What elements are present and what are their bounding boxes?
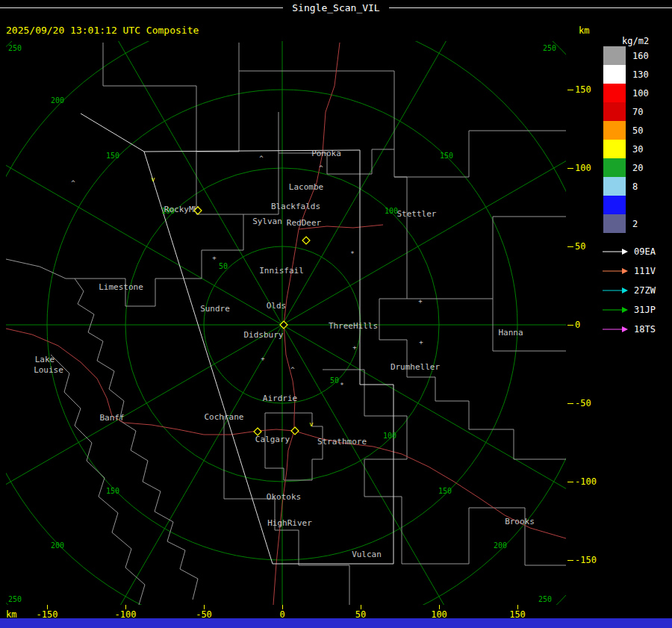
city-label: Banff	[99, 413, 124, 423]
city-label: Cochrane	[205, 412, 244, 422]
colorbar-swatch	[603, 177, 626, 196]
window-title: Single_Scan_VIL	[283, 2, 388, 13]
colorbar-swatch	[603, 158, 626, 177]
range-ring-label: 150	[438, 487, 452, 495]
site-arrow-icon	[602, 306, 629, 314]
city-label: Ponoka	[311, 149, 341, 158]
right-axis-value: -100	[575, 476, 597, 487]
town-marker: ^	[71, 179, 75, 187]
site-arrow-icon	[602, 287, 629, 294]
city-label: Blackfalds	[271, 202, 320, 211]
town-marker: +	[212, 254, 217, 261]
right-axis-tick	[567, 560, 573, 561]
range-ring-label: 150	[106, 152, 119, 160]
azimuth-spoke	[282, 325, 491, 605]
range-ring-label: 250	[543, 44, 556, 52]
city-label: RockyMH	[164, 205, 199, 214]
colorbar-value: 130	[632, 69, 658, 80]
right-axis-value: 0	[575, 320, 580, 330]
scan-sector-outline	[81, 114, 144, 152]
city-label: RedDeer	[287, 218, 322, 228]
colorbar-entry: 100	[603, 84, 658, 102]
azimuth-spoke	[282, 116, 566, 325]
colorbar-entry: 70	[603, 102, 658, 121]
range-ring-label: 200	[494, 541, 507, 550]
site-legend-item: 27ZW	[602, 281, 656, 300]
town-marker: *	[340, 382, 343, 389]
azimuth-spoke	[73, 325, 282, 605]
right-axis-tick	[567, 325, 573, 326]
right-axis-tick	[567, 246, 573, 247]
site-id-label: 18TS	[634, 324, 656, 335]
right-axis-value: 150	[575, 84, 591, 95]
colorbar-swatch	[603, 214, 626, 233]
right-axis-tick	[567, 168, 573, 169]
town-marker: +	[352, 343, 357, 351]
city-label: Airdrie	[263, 394, 297, 403]
range-ring-label: 50	[330, 376, 339, 385]
colorbar-entry: 20	[603, 158, 658, 177]
town-marker: ^	[319, 164, 323, 172]
city-label: Okotoks	[267, 492, 301, 502]
scan-timestamp: 2025/09/20 13:01:12 UTC Composite	[6, 25, 199, 36]
city-label: Stettler	[397, 209, 437, 219]
town-marker: v	[309, 420, 313, 428]
right-axis-value: 100	[575, 163, 591, 173]
range-ring-label: 250	[538, 595, 552, 603]
colorbar-entry: 8	[603, 177, 658, 196]
city-label: Brooks	[505, 517, 535, 526]
right-axis-value: 50	[575, 241, 585, 252]
colorbar-swatch	[603, 140, 626, 158]
city-label: Sundre	[200, 304, 230, 314]
colorbar-entry: 50	[603, 121, 658, 140]
colorbar-unit-label: kg/m2	[622, 36, 649, 46]
range-ring-label: 150	[440, 152, 453, 160]
city-label: Limestone	[99, 282, 143, 292]
azimuth-spoke	[282, 325, 566, 534]
site-legend-item: 111V	[602, 261, 656, 281]
site-legend-item: 09EA	[602, 242, 656, 261]
site-id-label: 111V	[634, 266, 656, 276]
site-arrow-icon	[602, 248, 629, 255]
colorbar-entry	[603, 196, 658, 214]
city-label: Lacombe	[289, 182, 323, 192]
right-axis-value: -150	[575, 555, 597, 565]
window-titlebar[interactable]: Single_Scan_VIL	[0, 0, 672, 15]
colorbar-swatch	[603, 102, 626, 121]
colorbar-swatch	[603, 121, 626, 140]
town-marker: ^	[259, 155, 264, 162]
city-label: Lake	[35, 355, 55, 364]
town-marker: v	[151, 175, 155, 183]
range-ring-label: 150	[106, 487, 119, 495]
colorbar-value: 2	[632, 219, 658, 229]
city-label: Drumheller	[391, 362, 441, 372]
radar-window: Single_Scan_VIL 2025/09/20 13:01:12 UTC …	[0, 0, 672, 628]
site-id-label: 31JP	[634, 305, 656, 315]
titlebar-rule-left	[0, 7, 283, 8]
colorbar-entry: 160	[603, 46, 658, 65]
radar-site-marker	[302, 237, 310, 244]
city-label: Hanna	[498, 328, 523, 338]
radar-map-display[interactable]: 5010015020025010015025050100150200250150…	[6, 41, 566, 605]
colorbar-value: 8	[632, 181, 658, 192]
highway-line	[6, 329, 294, 435]
colorbar-value: 50	[632, 125, 658, 136]
county-boundary	[407, 214, 566, 351]
site-legend: 09EA111V27ZW31JP18TS	[602, 242, 656, 339]
site-id-label: 09EA	[634, 246, 656, 257]
site-arrow-icon	[602, 326, 629, 333]
status-bar	[0, 618, 672, 628]
city-label: Louise	[34, 365, 63, 375]
range-ring-label: 250	[8, 44, 22, 52]
county-boundary	[493, 217, 566, 299]
azimuth-spoke	[6, 116, 282, 325]
colorbar-value: 70	[632, 107, 658, 117]
range-ring-label: 200	[51, 541, 64, 550]
titlebar-rule-right	[389, 7, 672, 8]
colorbar-legend: kg/m2 1601301007050302082 09EA111V27ZW31…	[601, 26, 672, 601]
city-label: ThreeHills	[329, 321, 378, 331]
city-label: Strathmore	[317, 437, 367, 447]
colorbar-value: 30	[632, 144, 658, 155]
colorbar-entry: 30	[603, 140, 658, 158]
colorbar-swatch	[603, 196, 626, 214]
